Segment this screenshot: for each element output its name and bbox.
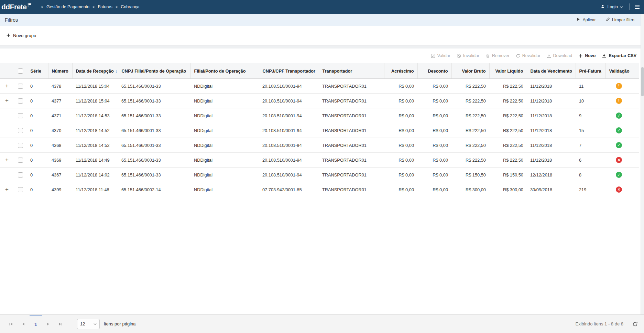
row-checkbox[interactable]: [18, 113, 23, 118]
revalidate-label: Revalidar: [522, 53, 541, 58]
cell-filial: NDDigital: [190, 138, 259, 153]
row-checkbox[interactable]: [18, 143, 23, 148]
cell-cnpj-filial: 65.151.466/0001-33: [118, 138, 190, 153]
validate-button[interactable]: Validar: [431, 53, 450, 58]
column-header-data-vencimento[interactable]: Data de Vencimento: [527, 63, 576, 79]
table-row[interactable]: 0 4370 11/12/2018 14:52 65.151.466/0001-…: [0, 123, 639, 138]
cell-acrescimo: R$ 0,00: [384, 138, 417, 153]
column-header-pre-fatura[interactable]: Pré-Fatura: [576, 63, 605, 79]
apps-menu-icon[interactable]: [634, 4, 641, 10]
validation-status-icon: ✓: [616, 127, 622, 133]
prev-page-button[interactable]: [17, 315, 30, 333]
select-all-checkbox[interactable]: [18, 68, 23, 74]
column-header-cnpj-filial[interactable]: CNPJ Filial/Ponto de Operação: [118, 63, 190, 79]
breadcrumb-cobranca[interactable]: Cobrança: [121, 4, 139, 9]
table-row[interactable]: 0 4368 11/12/2018 14:52 65.151.466/0001-…: [0, 138, 639, 153]
invoices-table: Série Número Data de Recepção↓ CNPJ Fili…: [0, 63, 639, 197]
pagination-bar: 1 12 itens por página Exibindo itens 1 -…: [0, 314, 644, 333]
last-page-button[interactable]: [54, 315, 67, 333]
play-icon: [576, 17, 580, 22]
row-checkbox[interactable]: [18, 172, 23, 178]
invalidate-button[interactable]: Invalidar: [457, 53, 479, 58]
vertical-scrollbar[interactable]: [641, 14, 644, 314]
cell-data-recepcao: 11/12/2018 11:48: [72, 182, 118, 197]
column-header-valor-liquido[interactable]: Valor Líquido: [489, 63, 527, 79]
cell-serie: 0: [27, 94, 48, 108]
column-header-transportador[interactable]: Transportador: [319, 63, 384, 79]
download-button[interactable]: Download: [547, 53, 572, 58]
new-group-button[interactable]: Novo grupo: [6, 33, 36, 39]
current-page[interactable]: 1: [30, 315, 42, 333]
expand-row-icon[interactable]: +: [0, 83, 14, 89]
clear-filter-label: Limpar filtro: [612, 18, 634, 22]
table-row[interactable]: + 0 4377 11/12/2018 15:04 65.151.466/000…: [0, 94, 639, 108]
column-header-filial[interactable]: Filial/Ponto de Operação: [190, 63, 259, 79]
expand-row-icon[interactable]: +: [0, 157, 14, 163]
cell-numero: 4371: [48, 108, 72, 123]
column-header-validacao[interactable]: Validação: [605, 63, 639, 79]
page-size-select[interactable]: 12: [77, 319, 100, 329]
cell-serie: 0: [27, 182, 48, 197]
scrollbar-thumb[interactable]: [641, 67, 644, 96]
top-navbar: ddFrete > Gestão de Pagamento > Faturas …: [0, 0, 644, 14]
app-logo[interactable]: ddFrete: [1, 3, 32, 11]
next-page-button[interactable]: [42, 315, 54, 333]
expand-row-icon[interactable]: +: [0, 186, 14, 193]
cell-data-vencimento: 11/12/2018: [527, 123, 576, 138]
breadcrumb-gestao-de-pagamento[interactable]: Gestão de Pagamento: [46, 4, 89, 9]
first-page-button[interactable]: [5, 315, 17, 333]
column-header-desconto[interactable]: Desconto: [417, 63, 451, 79]
validation-status-icon: ×: [616, 186, 622, 193]
column-header-data-recepcao[interactable]: Data de Recepção↓: [72, 63, 118, 79]
row-checkbox[interactable]: [18, 158, 23, 163]
download-icon: [547, 54, 551, 58]
cell-cnpj-transportador: 20.108.510/0001-94: [259, 94, 319, 108]
breadcrumb-faturas[interactable]: Faturas: [98, 4, 112, 9]
filters-header: Filtros Aplicar Limpar filtro: [0, 14, 644, 26]
app-root: ddFrete > Gestão de Pagamento > Faturas …: [0, 0, 644, 333]
login-menu[interactable]: Login: [598, 4, 625, 10]
revalidate-button[interactable]: Revalidar: [516, 53, 541, 58]
expand-column-header: [0, 63, 14, 79]
plus-icon: [578, 54, 583, 58]
remove-label: Remover: [492, 53, 510, 58]
refresh-icon[interactable]: [632, 321, 638, 327]
row-checkbox[interactable]: [18, 187, 23, 192]
table-row[interactable]: 0 4367 11/12/2018 14:02 65.151.466/0001-…: [0, 168, 639, 182]
row-checkbox[interactable]: [18, 128, 23, 133]
table-row[interactable]: + 0 4399 11/12/2018 11:48 65.151.466/000…: [0, 182, 639, 197]
column-header-acrescimo[interactable]: Acréscimo: [384, 63, 417, 79]
clear-filter-button[interactable]: Limpar filtro: [605, 17, 634, 23]
expand-row-icon[interactable]: +: [0, 97, 14, 104]
column-header-serie[interactable]: Série: [27, 63, 48, 79]
new-button[interactable]: Novo: [578, 53, 596, 58]
export-csv-button[interactable]: Exportar CSV: [602, 53, 636, 58]
table-row[interactable]: 0 4371 11/12/2018 14:53 65.151.466/0001-…: [0, 108, 639, 123]
cell-cnpj-filial: 65.151.466/0001-33: [118, 108, 190, 123]
cell-transportador: TRANSPORTADOR01: [319, 79, 384, 94]
ban-icon: [457, 54, 461, 58]
row-checkbox[interactable]: [18, 98, 23, 104]
cell-valor-bruto: R$ 222,50: [451, 79, 489, 94]
cell-valor-liquido: R$ 222,50: [489, 153, 527, 168]
remove-button[interactable]: Remover: [485, 53, 510, 58]
column-header-numero[interactable]: Número: [48, 63, 72, 79]
cell-numero: 4369: [48, 153, 72, 168]
navbar-divider: [629, 3, 630, 10]
cell-validacao: ×: [605, 182, 639, 197]
cell-cnpj-filial: 65.151.466/0001-33: [118, 153, 190, 168]
row-checkbox[interactable]: [18, 84, 23, 89]
table-row[interactable]: + 0 4369 11/12/2018 14:49 65.151.466/000…: [0, 153, 639, 168]
apply-filter-button[interactable]: Aplicar: [576, 17, 596, 22]
cell-numero: 4368: [48, 138, 72, 153]
column-header-cnpj-transportador[interactable]: CNPJ/CPF Transportador: [259, 63, 319, 79]
cell-pre-fatura: 15: [576, 123, 605, 138]
cell-valor-liquido: R$ 222,50: [489, 94, 527, 108]
cell-data-recepcao: 11/12/2018 14:02: [72, 168, 118, 182]
cell-desconto: R$ 0,00: [417, 182, 451, 197]
table-row[interactable]: + 0 4378 11/12/2018 15:04 65.151.466/000…: [0, 79, 639, 94]
column-header-valor-bruto[interactable]: Valor Bruto: [451, 63, 489, 79]
cell-valor-liquido: R$ 222,50: [489, 108, 527, 123]
cell-cnpj-transportador: 20.108.510/0001-94: [259, 123, 319, 138]
new-group-label: Novo grupo: [13, 33, 36, 38]
